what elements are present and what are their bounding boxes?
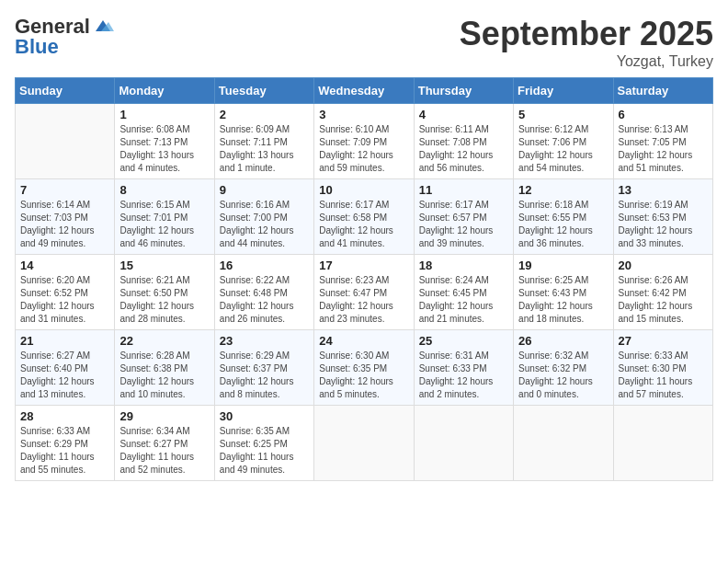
weekday-header-sunday: Sunday (16, 78, 115, 104)
page-header: General Blue September 2025 Yozgat, Turk… (15, 15, 713, 70)
day-number: 2 (220, 108, 309, 121)
calendar-table: SundayMondayTuesdayWednesdayThursdayFrid… (15, 77, 713, 481)
day-number: 20 (619, 259, 708, 272)
calendar-week-row: 1Sunrise: 6:08 AMSunset: 7:13 PMDaylight… (16, 104, 713, 179)
calendar-cell: 16Sunrise: 6:22 AMSunset: 6:48 PMDayligh… (214, 255, 313, 330)
calendar-cell: 15Sunrise: 6:21 AMSunset: 6:50 PMDayligh… (115, 255, 214, 330)
day-number: 7 (20, 183, 109, 197)
day-number: 12 (518, 183, 608, 197)
day-info: Sunrise: 6:34 AMSunset: 6:27 PMDaylight:… (119, 425, 209, 477)
calendar-cell: 13Sunrise: 6:19 AMSunset: 6:53 PMDayligh… (613, 179, 712, 255)
day-info: Sunrise: 6:21 AMSunset: 6:50 PMDaylight:… (119, 274, 209, 326)
calendar-cell: 5Sunrise: 6:12 AMSunset: 7:06 PMDaylight… (514, 104, 613, 179)
day-info: Sunrise: 6:19 AMSunset: 6:53 PMDaylight:… (619, 199, 708, 250)
day-number: 1 (119, 108, 209, 121)
calendar-cell: 26Sunrise: 6:32 AMSunset: 6:32 PMDayligh… (514, 330, 613, 406)
calendar-cell: 12Sunrise: 6:18 AMSunset: 6:55 PMDayligh… (514, 179, 613, 255)
day-info: Sunrise: 6:15 AMSunset: 7:01 PMDaylight:… (119, 199, 209, 250)
calendar-cell (414, 406, 513, 481)
calendar-week-row: 14Sunrise: 6:20 AMSunset: 6:52 PMDayligh… (16, 255, 713, 330)
calendar-cell: 30Sunrise: 6:35 AMSunset: 6:25 PMDayligh… (214, 406, 313, 481)
day-number: 13 (619, 183, 708, 197)
day-number: 27 (619, 334, 708, 348)
day-number: 9 (220, 183, 309, 197)
day-number: 28 (20, 409, 109, 423)
calendar-week-row: 21Sunrise: 6:27 AMSunset: 6:40 PMDayligh… (16, 330, 713, 406)
calendar-cell: 19Sunrise: 6:25 AMSunset: 6:43 PMDayligh… (514, 255, 613, 330)
weekday-header-saturday: Saturday (613, 78, 712, 104)
day-info: Sunrise: 6:35 AMSunset: 6:25 PMDaylight:… (220, 425, 309, 477)
day-number: 4 (419, 108, 508, 121)
calendar-cell: 9Sunrise: 6:16 AMSunset: 7:00 PMDaylight… (214, 179, 313, 255)
calendar-cell (16, 104, 115, 179)
calendar-cell: 24Sunrise: 6:30 AMSunset: 6:35 PMDayligh… (314, 330, 414, 406)
calendar-cell (314, 406, 414, 481)
day-info: Sunrise: 6:33 AMSunset: 6:29 PMDaylight:… (20, 425, 109, 477)
day-info: Sunrise: 6:27 AMSunset: 6:40 PMDaylight:… (20, 350, 109, 401)
calendar-cell: 29Sunrise: 6:34 AMSunset: 6:27 PMDayligh… (115, 406, 214, 481)
calendar-cell (613, 406, 712, 481)
day-number: 11 (419, 183, 508, 197)
day-number: 3 (319, 108, 408, 121)
logo-blue-text: Blue (15, 35, 59, 59)
weekday-header-friday: Friday (514, 78, 613, 104)
day-number: 26 (518, 334, 608, 348)
day-info: Sunrise: 6:29 AMSunset: 6:37 PMDaylight:… (220, 350, 309, 401)
calendar-week-row: 28Sunrise: 6:33 AMSunset: 6:29 PMDayligh… (16, 406, 713, 481)
calendar-cell: 25Sunrise: 6:31 AMSunset: 6:33 PMDayligh… (414, 330, 513, 406)
calendar-header-row: SundayMondayTuesdayWednesdayThursdayFrid… (16, 78, 713, 104)
day-info: Sunrise: 6:28 AMSunset: 6:38 PMDaylight:… (119, 350, 209, 401)
day-info: Sunrise: 6:08 AMSunset: 7:13 PMDaylight:… (119, 123, 209, 175)
calendar-cell (514, 406, 613, 481)
day-info: Sunrise: 6:33 AMSunset: 6:30 PMDaylight:… (619, 350, 708, 401)
day-info: Sunrise: 6:30 AMSunset: 6:35 PMDaylight:… (319, 350, 408, 401)
day-number: 6 (619, 108, 708, 121)
calendar-week-row: 7Sunrise: 6:14 AMSunset: 7:03 PMDaylight… (16, 179, 713, 255)
day-info: Sunrise: 6:17 AMSunset: 6:57 PMDaylight:… (419, 199, 508, 250)
day-number: 8 (119, 183, 209, 197)
logo-icon (92, 18, 114, 35)
day-number: 21 (20, 334, 109, 348)
day-info: Sunrise: 6:26 AMSunset: 6:42 PMDaylight:… (619, 274, 708, 326)
day-info: Sunrise: 6:22 AMSunset: 6:48 PMDaylight:… (220, 274, 309, 326)
day-info: Sunrise: 6:10 AMSunset: 7:09 PMDaylight:… (319, 123, 408, 175)
day-info: Sunrise: 6:11 AMSunset: 7:08 PMDaylight:… (419, 123, 508, 175)
calendar-subtitle: Yozgat, Turkey (460, 53, 713, 70)
weekday-header-wednesday: Wednesday (314, 78, 414, 104)
calendar-cell: 10Sunrise: 6:17 AMSunset: 6:58 PMDayligh… (314, 179, 414, 255)
day-info: Sunrise: 6:13 AMSunset: 7:05 PMDaylight:… (619, 123, 708, 175)
day-info: Sunrise: 6:31 AMSunset: 6:33 PMDaylight:… (419, 350, 508, 401)
calendar-cell: 23Sunrise: 6:29 AMSunset: 6:37 PMDayligh… (214, 330, 313, 406)
calendar-cell: 2Sunrise: 6:09 AMSunset: 7:11 PMDaylight… (214, 104, 313, 179)
day-number: 17 (319, 259, 408, 272)
day-info: Sunrise: 6:16 AMSunset: 7:00 PMDaylight:… (220, 199, 309, 250)
day-info: Sunrise: 6:09 AMSunset: 7:11 PMDaylight:… (220, 123, 309, 175)
day-number: 14 (20, 259, 109, 272)
calendar-cell: 27Sunrise: 6:33 AMSunset: 6:30 PMDayligh… (613, 330, 712, 406)
calendar-cell: 3Sunrise: 6:10 AMSunset: 7:09 PMDaylight… (314, 104, 414, 179)
logo: General Blue (15, 15, 114, 59)
day-info: Sunrise: 6:25 AMSunset: 6:43 PMDaylight:… (518, 274, 608, 326)
day-number: 10 (319, 183, 408, 197)
calendar-cell: 11Sunrise: 6:17 AMSunset: 6:57 PMDayligh… (414, 179, 513, 255)
day-number: 15 (119, 259, 209, 272)
day-info: Sunrise: 6:20 AMSunset: 6:52 PMDaylight:… (20, 274, 109, 326)
weekday-header-thursday: Thursday (414, 78, 513, 104)
title-block: September 2025 Yozgat, Turkey (460, 15, 713, 70)
calendar-cell: 20Sunrise: 6:26 AMSunset: 6:42 PMDayligh… (613, 255, 712, 330)
weekday-header-tuesday: Tuesday (214, 78, 313, 104)
calendar-cell: 17Sunrise: 6:23 AMSunset: 6:47 PMDayligh… (314, 255, 414, 330)
calendar-cell: 1Sunrise: 6:08 AMSunset: 7:13 PMDaylight… (115, 104, 214, 179)
calendar-cell: 14Sunrise: 6:20 AMSunset: 6:52 PMDayligh… (16, 255, 115, 330)
day-number: 19 (518, 259, 608, 272)
day-number: 16 (220, 259, 309, 272)
calendar-cell: 8Sunrise: 6:15 AMSunset: 7:01 PMDaylight… (115, 179, 214, 255)
calendar-cell: 4Sunrise: 6:11 AMSunset: 7:08 PMDaylight… (414, 104, 513, 179)
day-number: 24 (319, 334, 408, 348)
day-info: Sunrise: 6:18 AMSunset: 6:55 PMDaylight:… (518, 199, 608, 250)
calendar-cell: 6Sunrise: 6:13 AMSunset: 7:05 PMDaylight… (613, 104, 712, 179)
day-info: Sunrise: 6:12 AMSunset: 7:06 PMDaylight:… (518, 123, 608, 175)
calendar-cell: 18Sunrise: 6:24 AMSunset: 6:45 PMDayligh… (414, 255, 513, 330)
calendar-cell: 28Sunrise: 6:33 AMSunset: 6:29 PMDayligh… (16, 406, 115, 481)
calendar-cell: 21Sunrise: 6:27 AMSunset: 6:40 PMDayligh… (16, 330, 115, 406)
